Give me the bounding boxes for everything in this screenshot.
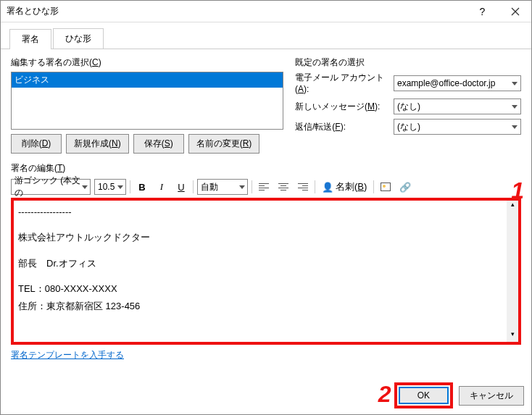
tab-signature[interactable]: 署名 (9, 29, 51, 49)
signature-select-section: 編集する署名の選択(C) ビジネス 削除(D) 新規作成(N) 保存(S) 名前… (11, 56, 283, 154)
account-combo[interactable]: example@office-doctor.jp (394, 75, 521, 91)
scroll-down-icon[interactable]: ▾ (507, 330, 518, 342)
tab-template[interactable]: ひな形 (53, 28, 104, 49)
align-left-icon (259, 183, 269, 190)
window-title: 署名とひな形 (1, 5, 59, 17)
toolbar-separator (373, 180, 374, 193)
default-sig-header: 既定の署名の選択 (295, 56, 521, 69)
signature-list-item[interactable]: ビジネス (12, 72, 283, 88)
ok-button[interactable]: OK (399, 387, 449, 404)
color-combo[interactable]: 自動 (197, 179, 248, 195)
bold-button[interactable]: B (134, 179, 150, 195)
delete-button[interactable]: 削除(D) (11, 134, 62, 154)
rename-button[interactable]: 名前の変更(R) (188, 134, 260, 154)
underline-button[interactable]: U (173, 179, 189, 195)
close-icon (511, 7, 520, 16)
signature-listbox[interactable]: ビジネス (11, 72, 283, 130)
account-label: 電子メール アカウント(A): (295, 72, 389, 94)
titlebar: 署名とひな形 ? (1, 1, 531, 22)
new-message-label: 新しいメッセージ(M): (295, 101, 389, 113)
editor-toolbar: 游ゴシック (本文の 10.5 B I U 自動 👤 名刺(B) 🔗 (11, 177, 521, 196)
align-center-icon (278, 183, 288, 190)
save-button[interactable]: 保存(S) (133, 134, 184, 154)
tab-strip: 署名 ひな形 (1, 22, 531, 49)
bizcard-button[interactable]: 👤 名刺(B) (319, 179, 370, 195)
link-icon: 🔗 (399, 182, 411, 193)
editor-line: TEL：080-XXXX-XXXX (18, 280, 514, 297)
new-button[interactable]: 新規作成(N) (66, 134, 129, 154)
dialog-footer: 2 OK キャンセル (394, 382, 524, 408)
dialog-window: 署名とひな形 ? 署名 ひな形 編集する署名の選択(C) ビジネス 削除(D) … (0, 0, 532, 415)
reply-label: 返信/転送(F): (295, 121, 389, 133)
editor-scrollbar[interactable]: ▴ ▾ (507, 201, 518, 342)
toolbar-separator (252, 180, 252, 193)
bizcard-icon: 👤 (322, 182, 333, 193)
annotation-2: 2 (378, 381, 391, 408)
edit-signature-label: 署名の編集(T) (11, 162, 521, 175)
ok-highlight-box: 2 OK (394, 382, 453, 408)
align-right-button[interactable] (295, 179, 311, 195)
signature-editor[interactable]: ----------------- 株式会社アウトルックドクター 部長 Dr.オ… (14, 201, 518, 342)
align-center-button[interactable] (275, 179, 291, 195)
cancel-button[interactable]: キャンセル (459, 386, 524, 406)
help-button[interactable]: ? (466, 1, 499, 22)
editor-line: 住所：東京都新宿区 123-456 (18, 298, 514, 314)
toolbar-separator (130, 180, 130, 193)
italic-button[interactable]: I (154, 179, 170, 195)
font-combo[interactable]: 游ゴシック (本文の (11, 179, 91, 195)
insert-link-button[interactable]: 🔗 (397, 179, 413, 195)
toolbar-separator (315, 180, 315, 193)
insert-image-button[interactable] (378, 179, 394, 195)
align-right-icon (298, 183, 308, 190)
align-left-button[interactable] (256, 179, 272, 195)
editor-line: ----------------- (18, 204, 514, 220)
scroll-track[interactable] (507, 212, 518, 330)
editor-highlight-box: ----------------- 株式会社アウトルックドクター 部長 Dr.オ… (11, 198, 521, 345)
editor-line: 部長 Dr.オフィス (18, 255, 514, 272)
image-icon (381, 183, 391, 191)
reply-combo[interactable]: (なし) (394, 119, 521, 135)
new-message-combo[interactable]: (なし) (394, 98, 521, 114)
editor-line: 株式会社アウトルックドクター (18, 229, 514, 246)
select-label: 編集する署名の選択(C) (11, 56, 283, 69)
get-templates-link[interactable]: 署名テンプレートを入手する (11, 350, 124, 360)
default-signature-section: 既定の署名の選択 電子メール アカウント(A): example@office-… (295, 56, 521, 154)
toolbar-separator (193, 180, 194, 193)
fontsize-combo[interactable]: 10.5 (94, 179, 126, 195)
content-area: 編集する署名の選択(C) ビジネス 削除(D) 新規作成(N) 保存(S) 名前… (1, 49, 531, 369)
close-button[interactable] (499, 1, 531, 22)
scroll-up-icon[interactable]: ▴ (507, 201, 518, 212)
